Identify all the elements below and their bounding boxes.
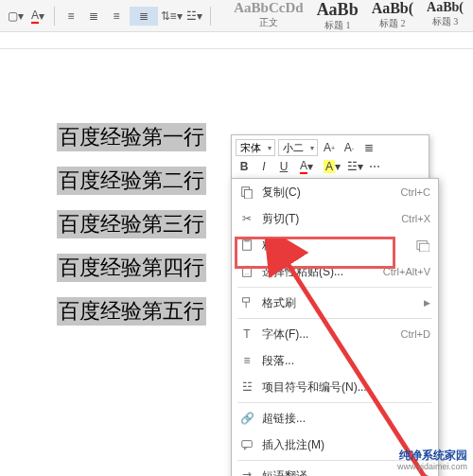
menu-separator <box>237 287 432 288</box>
menu-separator <box>237 318 432 319</box>
menu-bullets-numbering[interactable]: ☳ 项目符号和编号(N)... <box>232 374 438 400</box>
style-heading3[interactable]: AaBb( 标题 3 <box>423 1 467 30</box>
paste-special-icon: … <box>239 264 254 279</box>
menu-font[interactable]: T 字体(F)... Ctrl+D <box>232 321 438 347</box>
font-size-combo[interactable]: 小二▾ <box>278 139 318 156</box>
watermark: 纯净系统家园 www.yidaimei.com <box>397 449 467 472</box>
italic-button[interactable]: I <box>255 158 272 175</box>
cut-icon: ✂ <box>239 211 254 226</box>
svg-rect-5 <box>420 243 430 252</box>
menu-label: 粘贴 <box>262 238 408 254</box>
style-label: 标题 1 <box>324 21 351 30</box>
align-left-icon[interactable]: ≡ <box>61 7 80 26</box>
menu-label: 段落... <box>262 353 430 369</box>
style-label: 标题 3 <box>432 17 459 26</box>
menu-hyperlink[interactable]: 🔗 超链接... <box>232 405 438 432</box>
bullets-icon: ☳ <box>239 379 254 395</box>
svg-rect-1 <box>244 189 252 199</box>
document-line[interactable]: 百度经验第三行 <box>57 210 206 238</box>
style-sample: AaBbCcDd <box>234 1 303 15</box>
translate-icon: ⇄ <box>239 468 254 476</box>
menu-shortcut: Ctrl+C <box>401 186 430 198</box>
font-color-icon[interactable]: A▾ <box>28 7 47 26</box>
menu-label: 项目符号和编号(N)... <box>262 379 430 396</box>
svg-text:…: … <box>244 270 249 275</box>
shading-icon[interactable]: ▢▾ <box>6 7 25 26</box>
menu-paste-special[interactable]: … 选择性粘贴(S)... Ctrl+Alt+V <box>232 258 438 285</box>
document-line[interactable]: 百度经验第一行 <box>57 123 206 151</box>
style-heading1[interactable]: AaBb 标题 1 <box>313 1 362 30</box>
chevron-down-icon: ▾ <box>307 144 317 152</box>
link-icon: 🔗 <box>239 411 254 426</box>
style-sample: AaBb <box>317 1 359 18</box>
align-justify-icon[interactable]: ≣ <box>130 7 158 26</box>
more-icon[interactable]: ⋯ <box>366 158 383 175</box>
menu-separator <box>237 402 432 403</box>
font-name-combo[interactable]: 宋体▾ <box>236 139 275 156</box>
style-heading2[interactable]: AaBb( 标题 2 <box>368 1 417 30</box>
shrink-font-icon[interactable]: A- <box>341 139 358 156</box>
mini-toolbar: 宋体▾ 小二▾ A+ A- ≣ B I U A▾ A▾ ☳▾ ⋯ <box>231 134 429 180</box>
align-center-icon[interactable]: ≣ <box>84 7 103 26</box>
chevron-right-icon: ▶ <box>424 298 430 308</box>
watermark-title: 纯净系统家园 <box>397 449 467 462</box>
align-right-icon[interactable]: ≡ <box>107 7 126 26</box>
paste-options-icon[interactable] <box>415 238 430 253</box>
bullets-icon[interactable]: ☳▾ <box>184 7 203 26</box>
menu-paste[interactable]: 粘贴 <box>232 232 438 258</box>
style-normal[interactable]: AaBbCcDd 正文 <box>230 1 307 30</box>
menu-shortcut: Ctrl+Alt+V <box>383 266 430 277</box>
menu-label: 超链接... <box>262 411 430 427</box>
menu-cut[interactable]: ✂ 剪切(T) Ctrl+X <box>232 205 438 232</box>
menu-paragraph[interactable]: ≡ 段落... <box>232 347 438 374</box>
document-area: 百度经验第一行 百度经验第二行 百度经验第三行 百度经验第四行 百度经验第五行 … <box>0 49 473 476</box>
line-spacing-icon[interactable]: ⇅≡▾ <box>162 7 181 26</box>
menu-format-painter[interactable]: 格式刷 ▶ <box>232 290 438 316</box>
separator <box>54 7 55 26</box>
document-line[interactable]: 百度经验第二行 <box>57 167 206 195</box>
context-menu: 复制(C) Ctrl+C ✂ 剪切(T) Ctrl+X 粘贴 … 选择性粘贴(S… <box>231 178 439 476</box>
underline-button[interactable]: U <box>275 158 292 175</box>
svg-rect-7 <box>244 266 249 269</box>
comment-icon <box>239 437 254 452</box>
document-line[interactable]: 百度经验第四行 <box>57 254 206 282</box>
document-line[interactable]: 百度经验第五行 <box>57 297 206 326</box>
columns-icon[interactable]: ≣ <box>360 139 377 156</box>
style-label: 标题 2 <box>379 19 406 28</box>
font-name-value: 宋体 <box>236 141 265 155</box>
style-sample: AaBb( <box>372 1 413 16</box>
menu-shortcut: Ctrl+X <box>401 213 430 224</box>
menu-label: 复制(C) <box>262 185 394 201</box>
highlight-button[interactable]: A▾ <box>321 158 343 175</box>
svg-rect-3 <box>244 239 249 242</box>
svg-rect-11 <box>242 441 253 448</box>
ruler <box>0 32 473 49</box>
bold-button[interactable]: B <box>236 158 253 175</box>
menu-label: 短语翻译 <box>262 468 412 477</box>
paragraph-icon: ≡ <box>239 353 254 368</box>
grow-font-icon[interactable]: A+ <box>321 139 338 156</box>
font-icon: T <box>239 326 254 342</box>
menu-copy[interactable]: 复制(C) Ctrl+C <box>232 179 438 205</box>
copy-icon <box>239 185 254 200</box>
ribbon-toolbar: ▢▾ A▾ ≡ ≣ ≡ ≣ ⇅≡▾ ☳▾ AaBbCcDd 正文 AaBb 标题… <box>0 0 473 32</box>
menu-label: 选择性粘贴(S)... <box>262 264 376 280</box>
paste-icon <box>239 238 254 253</box>
separator <box>210 7 211 26</box>
svg-rect-9 <box>243 298 250 302</box>
bullets-button[interactable]: ☳▾ <box>346 158 363 175</box>
menu-label: 字体(F)... <box>262 326 394 343</box>
font-size-value: 小二 <box>279 141 307 155</box>
watermark-url: www.yidaimei.com <box>397 462 467 472</box>
format-painter-icon <box>239 295 254 310</box>
style-label: 正文 <box>259 18 278 27</box>
font-color-button[interactable]: A▾ <box>295 158 318 175</box>
menu-label: 格式刷 <box>262 295 412 311</box>
chevron-down-icon: ▾ <box>265 144 274 152</box>
menu-shortcut: Ctrl+D <box>401 328 430 340</box>
style-sample: AaBb( <box>427 1 464 14</box>
menu-label: 剪切(T) <box>262 211 394 227</box>
